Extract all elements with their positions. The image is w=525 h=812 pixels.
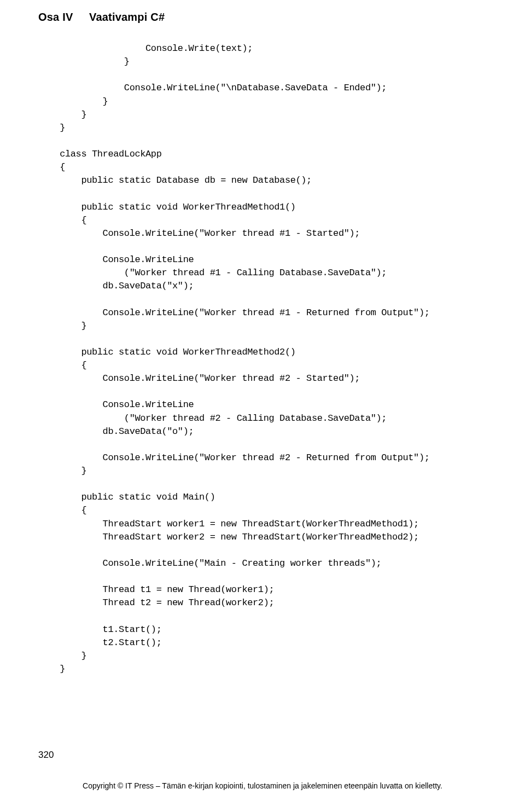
page-header: Osa IV Vaativampi C# [38, 11, 487, 24]
page-number: 320 [38, 750, 487, 761]
header-title: Vaativampi C# [89, 11, 165, 23]
page-footer: 320 Copyright © IT Press – Tämän e-kirja… [0, 750, 525, 790]
page: Osa IV Vaativampi C# Console.Write(text)… [0, 0, 525, 812]
copyright-notice: Copyright © IT Press – Tämän e-kirjan ko… [38, 781, 487, 790]
header-part: Osa IV [38, 11, 73, 23]
code-block: Console.Write(text); } Console.WriteLine… [38, 42, 487, 676]
